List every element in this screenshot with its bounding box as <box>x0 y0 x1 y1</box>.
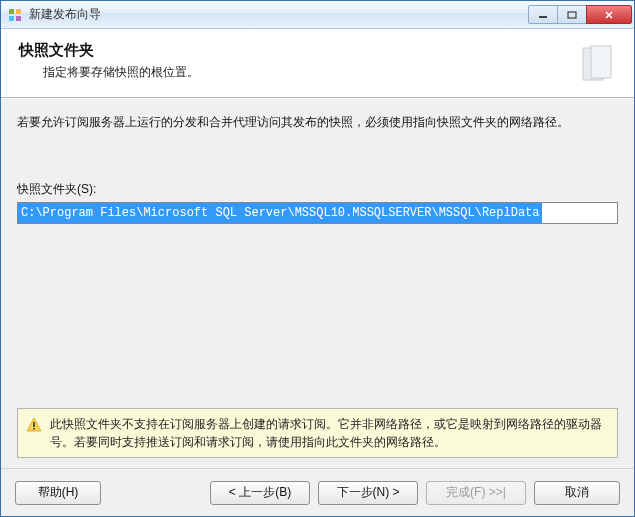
next-button[interactable]: 下一步(N) > <box>318 481 418 505</box>
header-text-block: 快照文件夹 指定将要存储快照的根位置。 <box>19 41 574 81</box>
wizard-header: 快照文件夹 指定将要存储快照的根位置。 <box>1 29 634 98</box>
wizard-window: 新建发布向导 快照文件夹 指定将要存储快照的根位置。 <box>0 0 635 517</box>
warning-text: 此快照文件夹不支持在订阅服务器上创建的请求订阅。它并非网络路径，或它是映射到网络… <box>50 415 609 451</box>
warning-box: 此快照文件夹不支持在订阅服务器上创建的请求订阅。它并非网络路径，或它是映射到网络… <box>17 408 618 458</box>
svg-rect-4 <box>539 16 547 18</box>
window-controls <box>529 5 632 24</box>
cancel-button[interactable]: 取消 <box>534 481 620 505</box>
snapshot-folder-value: C:\Program Files\Microsoft SQL Server\MS… <box>18 203 542 223</box>
page-subtitle: 指定将要存储快照的根位置。 <box>43 64 574 81</box>
svg-rect-8 <box>33 422 35 427</box>
minimize-button[interactable] <box>528 5 558 24</box>
svg-rect-7 <box>591 46 611 78</box>
svg-rect-1 <box>16 9 21 14</box>
back-button[interactable]: < 上一步(B) <box>210 481 310 505</box>
svg-rect-3 <box>16 16 21 21</box>
description-text: 若要允许订阅服务器上运行的分发和合并代理访问其发布的快照，必须使用指向快照文件夹… <box>17 113 618 131</box>
window-title: 新建发布向导 <box>29 6 529 23</box>
app-icon <box>7 7 23 23</box>
close-button[interactable] <box>586 5 632 24</box>
page-title: 快照文件夹 <box>19 41 574 60</box>
wizard-footer: 帮助(H) < 上一步(B) 下一步(N) > 完成(F) >>| 取消 <box>1 468 634 516</box>
wizard-content: 若要允许订阅服务器上运行的分发和合并代理访问其发布的快照，必须使用指向快照文件夹… <box>1 98 634 468</box>
warning-icon <box>26 417 42 433</box>
titlebar: 新建发布向导 <box>1 1 634 29</box>
svg-rect-0 <box>9 9 14 14</box>
svg-rect-2 <box>9 16 14 21</box>
finish-button[interactable]: 完成(F) >>| <box>426 481 526 505</box>
header-graphic-icon <box>574 41 620 87</box>
snapshot-folder-input[interactable]: C:\Program Files\Microsoft SQL Server\MS… <box>17 202 618 224</box>
svg-rect-9 <box>33 428 35 430</box>
maximize-button[interactable] <box>557 5 587 24</box>
svg-rect-5 <box>568 12 576 18</box>
help-button[interactable]: 帮助(H) <box>15 481 101 505</box>
snapshot-folder-label: 快照文件夹(S): <box>17 181 618 198</box>
